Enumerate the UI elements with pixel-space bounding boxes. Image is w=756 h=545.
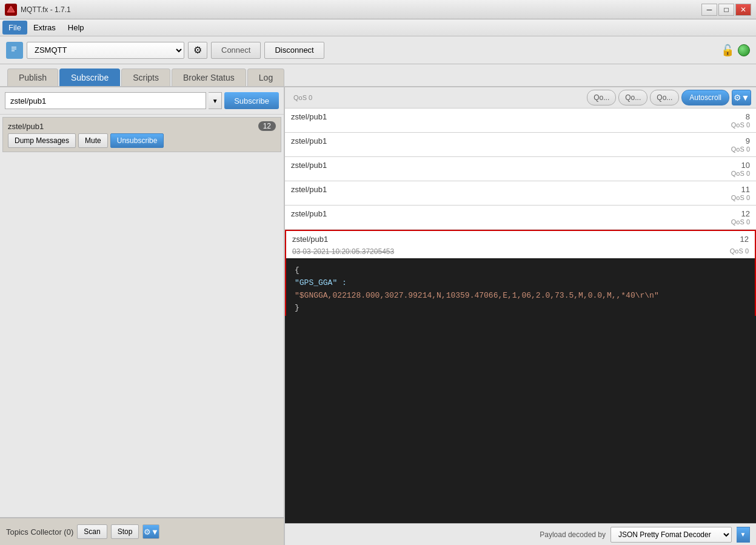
unsubscribe-button[interactable]: Unsubscribe	[110, 133, 164, 148]
subscribe-button[interactable]: Subscribe	[224, 92, 279, 109]
message-item[interactable]: zstel/pub1 11 QoS 0	[285, 181, 756, 206]
tab-scripts[interactable]: Scripts	[121, 69, 170, 86]
menu-bar: File Extras Help	[0, 19, 756, 36]
msg-item-header: zstel/pub1 9	[291, 136, 750, 145]
app-icon	[5, 4, 17, 16]
left-panel: ▼ Subscribe zstel/pub1 12 Dump Messages …	[0, 87, 285, 545]
msg-num: 11	[741, 185, 750, 194]
payload-decoder-label: Payload decoded by	[540, 530, 606, 539]
document-icon	[6, 42, 23, 59]
message-item[interactable]: zstel/pub1 9 QoS 0	[285, 133, 756, 157]
msg-topic: zstel/pub1	[291, 185, 327, 194]
minimize-button[interactable]: ─	[701, 4, 717, 16]
connect-button[interactable]: Connect	[211, 42, 261, 59]
message-payload: { "GPS_GGA" : "$GNGGA,022128.000,3027.99…	[286, 258, 755, 316]
sub-topic-name: zstel/pub1	[8, 122, 44, 131]
menu-file[interactable]: File	[2, 21, 27, 35]
stop-button[interactable]: Stop	[111, 524, 139, 539]
tab-subscribe[interactable]: Subscribe	[59, 69, 120, 86]
message-settings-button[interactable]: ⚙▼	[732, 90, 751, 105]
message-item[interactable]: zstel/pub1 10 QoS 0	[285, 157, 756, 181]
msg-num: 8	[746, 112, 750, 121]
topics-collector: Topics Collector (0) Scan Stop ⚙▼	[0, 517, 284, 545]
msg-qos: QoS 0	[291, 218, 750, 226]
topic-input[interactable]	[5, 92, 206, 109]
maximize-button[interactable]: □	[718, 4, 734, 16]
selected-message-detail[interactable]: zstel/pub1 12 03-03-2021 10:20:05.372054…	[285, 230, 756, 316]
menu-extras[interactable]: Extras	[27, 21, 62, 35]
main-content: ▼ Subscribe zstel/pub1 12 Dump Messages …	[0, 87, 756, 545]
payload-key: "GPS_GGA" :	[295, 278, 347, 287]
svg-rect-2	[12, 47, 16, 48]
message-item[interactable]: zstel/pub1 12 QoS 0	[285, 206, 756, 230]
sub-item-header: zstel/pub1 12	[8, 121, 276, 131]
window-controls: ─ □ ✕	[701, 4, 751, 16]
right-panel: QoS 0 Qo... Qo... Qo... Autoscroll ⚙▼ zs…	[285, 87, 756, 545]
selected-msg-num: 12	[740, 235, 749, 244]
gear-button[interactable]: ⚙	[188, 42, 207, 59]
selected-msg-meta: 03-03-2021 10:20:05.37205453 QoS 0	[286, 247, 755, 258]
topics-gear-button[interactable]: ⚙▼	[142, 524, 159, 539]
payload-brace-open: {	[295, 266, 299, 275]
subscription-item[interactable]: zstel/pub1 12 Dump Messages Mute Unsubsc…	[2, 117, 281, 152]
msg-topic: zstel/pub1	[291, 136, 327, 145]
tab-broker-status[interactable]: Broker Status	[172, 69, 246, 86]
connection-bar: ZSMQTT ⚙ Connect Disconnect 🔓	[0, 36, 756, 64]
topic-dropdown-button[interactable]: ▼	[209, 92, 222, 109]
msg-item-header: zstel/pub1 11	[291, 185, 750, 194]
dump-messages-button[interactable]: Dump Messages	[8, 133, 76, 148]
subscribe-bar: ▼ Subscribe	[0, 87, 284, 115]
msg-item-header: zstel/pub1 10	[291, 161, 750, 170]
msg-qos: QoS 0	[291, 121, 750, 129]
connection-status-indicator	[738, 44, 750, 56]
selected-msg-timestamp: 03-03-2021 10:20:05.37205453	[292, 247, 394, 256]
qos-filter-0[interactable]: Qo...	[587, 90, 616, 105]
selected-msg-topic: zstel/pub1	[292, 235, 328, 244]
payload-footer: Payload decoded by JSON Pretty Fomat Dec…	[285, 523, 756, 545]
payload-value: "$GNGGA,022128.000,3027.99214,N,10359.47…	[295, 291, 659, 300]
autoscroll-button[interactable]: Autoscroll	[681, 90, 729, 105]
scan-button[interactable]: Scan	[77, 524, 107, 539]
sub-message-count: 12	[258, 121, 276, 131]
message-list-header: QoS 0 Qo... Qo... Qo... Autoscroll ⚙▼	[285, 87, 756, 109]
msg-topic: zstel/pub1	[291, 112, 327, 121]
svg-rect-3	[12, 48, 16, 50]
message-item[interactable]: zstel/pub1 8 QoS 0	[285, 109, 756, 133]
profile-select[interactable]: ZSMQTT	[27, 42, 184, 59]
payload-brace-close: }	[295, 303, 299, 312]
svg-marker-0	[7, 6, 15, 12]
tab-log[interactable]: Log	[247, 69, 284, 86]
tab-publish[interactable]: Publish	[7, 69, 58, 86]
svg-rect-4	[12, 50, 15, 52]
payload-decoder-dropdown-button[interactable]: ▼	[737, 527, 750, 543]
selected-msg-qos: QoS 0	[730, 247, 749, 256]
close-button[interactable]: ✕	[735, 4, 751, 16]
app-title: MQTT.fx - 1.7.1	[21, 5, 701, 14]
msg-topic: zstel/pub1	[291, 161, 327, 170]
msg-qos: QoS 0	[291, 194, 750, 201]
msg-topic: zstel/pub1	[291, 209, 327, 218]
msg-qos: QoS 0	[291, 170, 750, 177]
mute-button[interactable]: Mute	[78, 133, 108, 148]
msg-item-header: zstel/pub1 8	[291, 112, 750, 121]
subscription-list: zstel/pub1 12 Dump Messages Mute Unsubsc…	[0, 115, 284, 517]
topics-collector-label: Topics Collector (0)	[6, 527, 73, 537]
msg-num: 9	[746, 136, 750, 145]
message-detail-empty-area	[285, 316, 756, 523]
payload-decoder-select[interactable]: JSON Pretty Fomat Decoder	[610, 527, 732, 543]
tabs-bar: Publish Subscribe Scripts Broker Status …	[0, 64, 756, 87]
qos-filter-2[interactable]: Qo...	[650, 90, 679, 105]
message-list[interactable]: zstel/pub1 8 QoS 0 zstel/pub1 9 QoS 0 zs…	[285, 109, 756, 316]
msg-num: 12	[741, 209, 750, 218]
disconnect-button[interactable]: Disconnect	[264, 42, 324, 59]
msg-num: 10	[741, 161, 750, 170]
lock-icon: 🔓	[721, 44, 734, 57]
selected-msg-header: zstel/pub1 12	[286, 231, 755, 247]
msg-item-header: zstel/pub1 12	[291, 209, 750, 218]
msg-qos: QoS 0	[291, 145, 750, 153]
title-bar: MQTT.fx - 1.7.1 ─ □ ✕	[0, 0, 756, 19]
qos-filter-1[interactable]: Qo...	[618, 90, 647, 105]
sub-item-actions: Dump Messages Mute Unsubscribe	[8, 133, 276, 148]
menu-help[interactable]: Help	[62, 21, 90, 35]
sub-qos-label: QoS 0	[290, 94, 312, 101]
